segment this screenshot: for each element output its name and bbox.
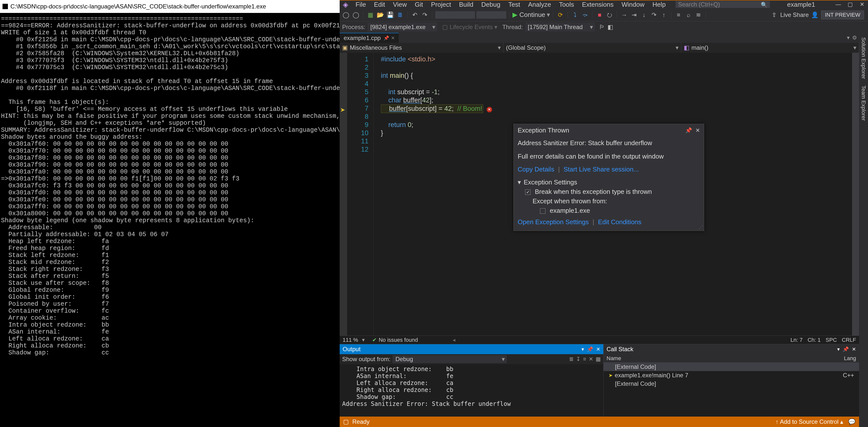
console-titlebar[interactable]: C:\MSDN\cpp-docs-pr\docs\c-language\ASAN… bbox=[0, 0, 340, 13]
console-output[interactable]: ========================================… bbox=[0, 13, 340, 427]
cs-pin-icon[interactable]: 📌 bbox=[843, 346, 849, 352]
menu-debug[interactable]: Debug bbox=[477, 0, 504, 8]
tool-icon2[interactable]: ⌕ bbox=[684, 11, 693, 19]
menu-project[interactable]: Project bbox=[427, 0, 455, 8]
exception-pin-icon[interactable]: 📌 bbox=[685, 127, 692, 134]
live-share-icon[interactable]: ⇪ bbox=[770, 11, 778, 19]
tab-example1-cpp[interactable]: example1.cpp 📌 ✕ bbox=[340, 33, 399, 43]
exception-close-icon[interactable]: ✕ bbox=[695, 127, 700, 134]
issues-label[interactable]: No issues found bbox=[379, 337, 418, 343]
add-source-control[interactable]: ↑ Add to Source Control ▴ bbox=[776, 418, 843, 425]
menu-file[interactable]: File bbox=[351, 0, 370, 8]
save-all-icon[interactable]: 🗎 bbox=[396, 11, 404, 19]
zoom-level[interactable]: 111 % bbox=[343, 337, 358, 343]
output-pin-icon[interactable]: 📌 bbox=[587, 346, 593, 352]
edit-conditions-link[interactable]: Edit Conditions bbox=[598, 218, 641, 226]
step-into2-icon[interactable]: ↓ bbox=[640, 11, 648, 19]
break-checkbox[interactable]: ✓ bbox=[525, 190, 531, 195]
step-out-icon[interactable]: ↑ bbox=[660, 11, 668, 19]
nav-scope[interactable]: (Global Scope) bbox=[503, 43, 681, 53]
except-item-checkbox[interactable] bbox=[540, 208, 546, 214]
tab-pin-icon[interactable]: 📌 bbox=[383, 35, 389, 41]
menu-window[interactable]: Window bbox=[618, 0, 648, 8]
menu-extensions[interactable]: Extensions bbox=[578, 0, 618, 8]
tab-solution-explorer[interactable]: Solution Explorer bbox=[860, 37, 867, 79]
breakpoint-margin[interactable]: ➤ bbox=[340, 53, 347, 336]
hot-reload-icon[interactable]: ⟳ bbox=[556, 11, 565, 19]
notifications-icon[interactable]: 💬 bbox=[848, 418, 856, 425]
start-live-share-link[interactable]: Start Live Share session... bbox=[564, 166, 639, 173]
config-dropdown[interactable] bbox=[435, 11, 475, 19]
menu-help[interactable]: Help bbox=[649, 0, 670, 8]
tool-icon1[interactable]: ≡ bbox=[674, 11, 683, 19]
thread-tool-icon[interactable]: ◧ bbox=[606, 23, 615, 31]
output-tool-icon5[interactable]: ▦ bbox=[596, 356, 601, 362]
nav-project[interactable]: ▣ Miscellaneous Files bbox=[340, 43, 503, 53]
undo-icon[interactable]: ↶ bbox=[411, 11, 419, 19]
output-dropdown-icon[interactable]: ▾ bbox=[582, 346, 584, 352]
continue-button[interactable]: ▶ Continue ▾ bbox=[513, 11, 550, 19]
thread-flag-icon[interactable]: 🏳 bbox=[598, 23, 606, 31]
int-preview-badge[interactable]: INT PREVIEW bbox=[821, 10, 864, 19]
tab-dropdown-icon[interactable]: ▾ bbox=[847, 34, 849, 41]
output-tool-icon3[interactable]: ≡ bbox=[583, 356, 586, 362]
cs-rows[interactable]: [External Code]➤example1.exe!main() Line… bbox=[603, 363, 859, 417]
output-from-select[interactable]: Debug bbox=[393, 355, 507, 363]
editor-scrollbar[interactable] bbox=[852, 53, 859, 336]
platform-dropdown[interactable] bbox=[476, 11, 506, 19]
tab-close-icon[interactable]: ✕ bbox=[391, 35, 395, 41]
menu-tools[interactable]: Tools bbox=[555, 0, 578, 8]
redo-icon[interactable]: ↷ bbox=[421, 11, 429, 19]
next-statement-icon[interactable]: → bbox=[620, 11, 628, 19]
tool-icon3[interactable]: ≋ bbox=[694, 11, 703, 19]
lifecycle-label[interactable]: ▢ Lifecycle Events ▾ bbox=[442, 24, 497, 31]
status-char[interactable]: Ch: 1 bbox=[808, 337, 821, 343]
status-spacing[interactable]: SPC bbox=[826, 337, 837, 343]
back-icon[interactable]: ◯ bbox=[342, 11, 350, 19]
code-editor[interactable]: ➤ 123456789101112 #include <stdio.h>int … bbox=[340, 53, 859, 336]
cs-column-headers[interactable]: Name Lang bbox=[603, 354, 859, 363]
copy-details-link[interactable]: Copy Details bbox=[518, 166, 554, 173]
output-tool-icon2[interactable]: ↧ bbox=[576, 356, 581, 362]
menu-test[interactable]: Test bbox=[504, 0, 524, 8]
exception-settings-toggle[interactable]: ▾ bbox=[518, 178, 521, 186]
nav-function[interactable]: ◧ main() bbox=[681, 43, 859, 53]
step-over-icon[interactable]: ⤼ bbox=[581, 11, 589, 19]
status-line[interactable]: Ln: 7 bbox=[790, 337, 803, 343]
resize-grip-icon[interactable]: ⋰ bbox=[699, 224, 703, 230]
save-icon[interactable]: 💾 bbox=[386, 11, 395, 19]
maximize-button[interactable]: ▢ bbox=[844, 0, 856, 8]
status-eol[interactable]: CRLF bbox=[842, 337, 856, 343]
live-share-label[interactable]: Live Share bbox=[780, 11, 809, 19]
callstack-row[interactable]: [External Code] bbox=[603, 363, 859, 371]
callstack-row[interactable]: ➤example1.exe!main() Line 7C++ bbox=[603, 371, 859, 379]
menu-build[interactable]: Build bbox=[455, 0, 477, 8]
feedback-icon[interactable]: 👤 bbox=[811, 11, 819, 19]
open-icon[interactable]: 📂 bbox=[376, 11, 384, 19]
open-exception-settings-link[interactable]: Open Exception Settings bbox=[518, 218, 589, 226]
show-next-icon[interactable]: ⇥ bbox=[630, 11, 638, 19]
status-scroll-left[interactable]: ◂ bbox=[453, 337, 455, 343]
menu-edit[interactable]: Edit bbox=[370, 0, 389, 8]
output-tool-icon1[interactable]: ≣ bbox=[569, 356, 574, 362]
cs-close-icon[interactable]: ✕ bbox=[852, 346, 856, 352]
callstack-row[interactable]: [External Code] bbox=[603, 379, 859, 388]
process-select[interactable]: [9824] example1.exe bbox=[368, 23, 437, 32]
forward-icon[interactable]: ◯ bbox=[351, 11, 360, 19]
new-icon[interactable]: ▦ bbox=[366, 11, 375, 19]
outline-margin[interactable] bbox=[373, 53, 379, 336]
step-into-icon[interactable]: ⤵ bbox=[571, 11, 579, 19]
vs-titlebar[interactable]: ◈ File Edit View Git Project Build Debug… bbox=[340, 0, 868, 8]
menu-git[interactable]: Git bbox=[411, 0, 427, 8]
output-close-icon[interactable]: ✕ bbox=[596, 346, 600, 352]
menu-analyze[interactable]: Analyze bbox=[524, 0, 555, 8]
output-text[interactable]: Intra object redzone: bb ASan internal: … bbox=[340, 364, 603, 417]
thread-select[interactable]: [17592] Main Thread bbox=[525, 23, 595, 32]
stop-icon[interactable]: ■ bbox=[595, 11, 604, 19]
tab-gear-icon[interactable]: ⚙ bbox=[852, 34, 857, 41]
output-tool-icon4[interactable]: ✕ bbox=[589, 356, 593, 362]
tab-team-explorer[interactable]: Team Explorer bbox=[860, 85, 867, 121]
search-input[interactable]: Search (Ctrl+Q) 🔍 bbox=[676, 1, 770, 8]
step-over2-icon[interactable]: ↷ bbox=[650, 11, 658, 19]
menu-view[interactable]: View bbox=[389, 0, 411, 8]
